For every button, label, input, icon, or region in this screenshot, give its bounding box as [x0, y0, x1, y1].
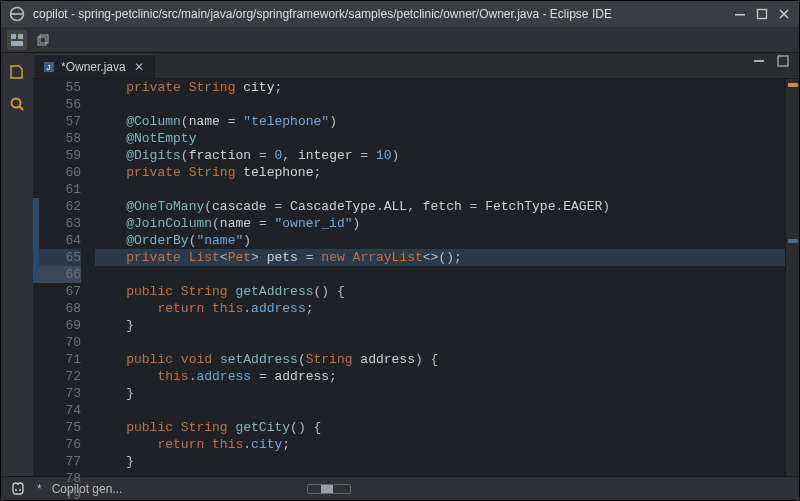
editor-tabbar: J *Owner.java ✕ [33, 53, 799, 79]
eclipse-logo-icon [9, 6, 25, 22]
maximize-view-icon[interactable] [777, 55, 795, 73]
activity-bar [1, 53, 33, 476]
svg-rect-5 [18, 34, 23, 39]
toolbar [1, 27, 799, 53]
close-icon[interactable]: ✕ [132, 60, 146, 74]
explorer-icon[interactable] [6, 61, 28, 83]
window-title: copilot - spring-petclinic/src/main/java… [33, 7, 725, 21]
svg-rect-6 [11, 41, 23, 46]
minimize-button[interactable] [733, 7, 747, 21]
restore-button[interactable] [33, 30, 53, 50]
overview-ruler[interactable] [785, 79, 799, 476]
minimize-view-icon[interactable] [753, 55, 771, 73]
editor-pane: J *Owner.java ✕ 555657585960616263646566… [33, 53, 799, 476]
search-icon[interactable] [6, 93, 28, 115]
workbench-body: J *Owner.java ✕ 555657585960616263646566… [1, 53, 799, 476]
svg-rect-12 [754, 60, 764, 62]
svg-rect-13 [778, 56, 788, 66]
svg-rect-2 [735, 14, 745, 16]
status-bar: * Copilot gen... [1, 476, 799, 500]
java-file-icon: J [43, 61, 55, 73]
titlebar[interactable]: copilot - spring-petclinic/src/main/java… [1, 1, 799, 27]
copilot-icon[interactable] [9, 480, 27, 498]
code-content[interactable]: private String city; @Column(name = "tel… [89, 79, 785, 476]
editor-tab[interactable]: J *Owner.java ✕ [35, 54, 155, 78]
svg-point-15 [19, 489, 21, 491]
svg-point-9 [12, 99, 21, 108]
svg-rect-7 [38, 37, 46, 45]
code-editor[interactable]: 5556575859606162636465666768697071727374… [33, 79, 799, 476]
line-number-gutter: 5556575859606162636465666768697071727374… [39, 79, 89, 476]
svg-rect-3 [758, 10, 767, 19]
progress-bar[interactable] [307, 484, 351, 494]
svg-rect-8 [40, 35, 48, 43]
app-window: copilot - spring-petclinic/src/main/java… [0, 0, 800, 501]
svg-rect-1 [11, 13, 23, 15]
tab-label: *Owner.java [61, 60, 126, 74]
svg-point-14 [15, 489, 17, 491]
maximize-button[interactable] [755, 7, 769, 21]
perspective-button[interactable] [7, 30, 27, 50]
svg-rect-4 [11, 34, 16, 39]
svg-text:J: J [47, 63, 51, 72]
close-button[interactable] [777, 7, 791, 21]
